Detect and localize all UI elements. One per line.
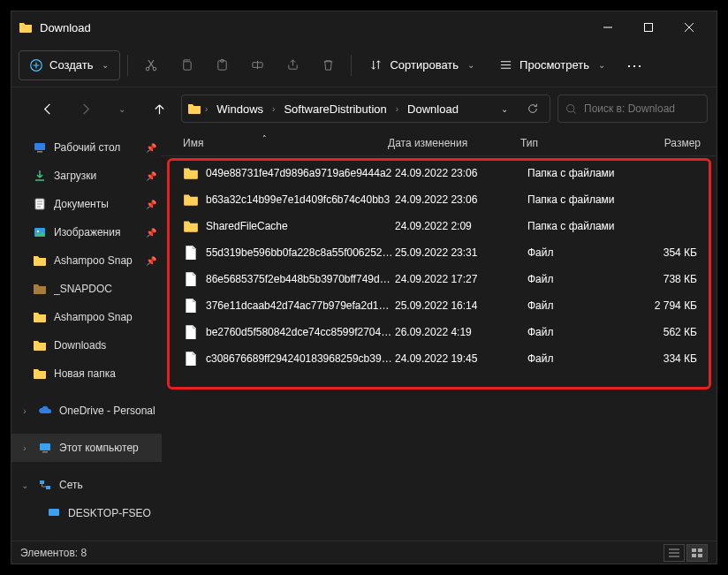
column-size[interactable]: Размер [622,137,717,149]
file-date: 24.09.2022 19:45 [395,352,527,365]
file-row[interactable]: SharedFileCache 24.09.2022 2:09 Папка с … [174,213,717,239]
file-size: 2 794 КБ [629,299,717,312]
sidebar-quick-item[interactable]: _SNAPDOC [11,275,162,303]
breadcrumb-segment[interactable]: Download [402,102,464,116]
view-list-button[interactable] [664,544,685,562]
file-row[interactable]: 376e11dcaab42d74ac77b979efa2d15e818... 2… [174,292,717,319]
forward-button[interactable] [70,94,100,124]
pin-icon: 📌 [146,228,156,238]
breadcrumb-dropdown[interactable]: ⌄ [493,104,516,114]
sidebar-network[interactable]: ⌄ Сеть [11,471,162,499]
file-list: 049e88731fe47d9896a9719a6e9444a2 24.09.2… [162,156,717,541]
sidebar-quick-item[interactable]: Downloads [11,331,162,359]
file-date: 24.09.2022 23:06 [395,193,527,206]
sidebar-label: Рабочий стол [54,141,120,154]
sidebar-quick-item[interactable]: Ashampoo Snap 📌 [11,246,162,275]
sidebar-label: Ashampoo Snap [54,311,133,323]
item-count: 8 [81,547,87,559]
file-type: Папка с файлами [527,220,629,232]
file-row[interactable]: c308676689ff294240183968259cb3933419... … [174,345,717,372]
svg-rect-16 [40,480,44,484]
chevron-right-icon: › [19,406,31,416]
sidebar-quick-item[interactable]: Ashampoo Snap [11,303,162,331]
sort-ascending-icon: ˄ [262,134,267,143]
sidebar-quick-item[interactable]: Новая папка [11,359,162,388]
file-name: 86e5685375f2eb448b5b3970bff749d478cf... [206,273,395,285]
file-row[interactable]: 86e5685375f2eb448b5b3970bff749d478cf... … [174,266,717,292]
file-icon [183,298,199,314]
pin-icon: 📌 [146,143,156,153]
folder-icon [183,192,199,208]
sidebar-quick-item[interactable]: Документы 📌 [11,190,162,218]
svg-point-2 [147,67,150,71]
desktop-icon [33,140,47,155]
folder-icon [33,253,47,268]
file-type: Файл [527,326,629,338]
file-row[interactable]: 049e88731fe47d9896a9719a6e9444a2 24.09.2… [174,160,717,186]
folder-icon [33,367,47,381]
delete-button[interactable] [312,50,344,80]
create-button[interactable]: Создать ⌄ [19,50,120,80]
cut-button[interactable] [135,50,167,80]
more-button[interactable]: ⋯ [619,50,651,80]
sidebar-network-pc[interactable]: DESKTOP-FSEO [11,499,162,527]
file-type: Файл [527,246,629,259]
column-name[interactable]: Имя˄ [183,137,388,149]
file-type: Папка с файлами [527,193,629,206]
sidebar-quick-item[interactable]: Загрузки 📌 [11,162,162,190]
refresh-button[interactable] [521,102,544,115]
svg-rect-22 [698,554,702,557]
maximize-button[interactable] [628,11,669,43]
file-size: 562 КБ [629,326,717,338]
sidebar-this-pc[interactable]: › Этот компьютер [11,434,162,462]
file-name: 049e88731fe47d9896a9719a6e9444a2 [206,167,395,179]
column-type[interactable]: Тип [520,137,622,149]
copy-button[interactable] [171,50,202,80]
recent-button[interactable]: ⌄ [107,94,137,124]
file-row[interactable]: be2760d5f580842dce74cc8599f2704254e6... … [174,319,717,345]
file-row[interactable]: b63a32c14b99e7e1d409fc6b74c40bb3 24.09.2… [174,186,717,213]
file-date: 24.09.2022 2:09 [395,220,527,232]
sidebar-quick-item[interactable]: Рабочий стол 📌 [11,133,162,162]
share-button[interactable] [277,50,308,80]
column-date[interactable]: Дата изменения [388,137,520,149]
file-icon [183,351,199,367]
svg-point-8 [567,104,574,111]
paste-button[interactable] [206,50,238,80]
network-icon [38,478,52,492]
back-button[interactable] [33,94,63,124]
file-name: 376e11dcaab42d74ac77b979efa2d15e818... [206,299,395,312]
svg-rect-20 [698,549,702,552]
sidebar: Рабочий стол 📌 Загрузки 📌 Документы 📌 Из… [11,130,162,541]
svg-rect-10 [37,151,42,153]
view-details-button[interactable] [686,544,708,562]
sort-button[interactable]: Сортировать ⌄ [359,50,485,80]
sidebar-label: Изображения [54,226,120,238]
close-button[interactable] [669,11,709,43]
breadcrumb-segment[interactable]: SoftwareDistribution [278,102,391,116]
sidebar-label: DESKTOP-FSEO [68,507,151,519]
view-button[interactable]: Просмотреть ⌄ [489,50,616,80]
search-input[interactable]: Поиск в: Download [557,95,708,123]
folder-icon [183,165,199,181]
file-icon [183,245,199,261]
breadcrumb[interactable]: › Windows › SoftwareDistribution › Downl… [181,95,550,123]
minimize-button[interactable] [588,11,628,43]
svg-point-3 [154,67,157,71]
up-button[interactable] [144,94,174,124]
folder-icon [33,310,47,324]
file-row[interactable]: 55d319be596bb0fa228c8a55f006252eb8c5... … [174,239,717,266]
file-date: 26.09.2022 4:19 [395,326,527,338]
rename-button[interactable] [241,50,273,80]
sidebar-onedrive[interactable]: › OneDrive - Personal [11,397,162,425]
title-bar: Download [11,11,717,43]
breadcrumb-segment[interactable]: Windows [211,102,269,116]
chevron-down-icon: ⌄ [467,60,474,70]
create-label: Создать [49,58,93,72]
file-name: SharedFileCache [206,220,395,232]
svg-rect-14 [40,443,50,450]
body: Рабочий стол 📌 Загрузки 📌 Документы 📌 Из… [11,130,717,541]
chevron-right-icon: › [272,104,275,114]
sidebar-quick-item[interactable]: Изображения 📌 [11,218,162,246]
file-type: Файл [527,352,629,365]
